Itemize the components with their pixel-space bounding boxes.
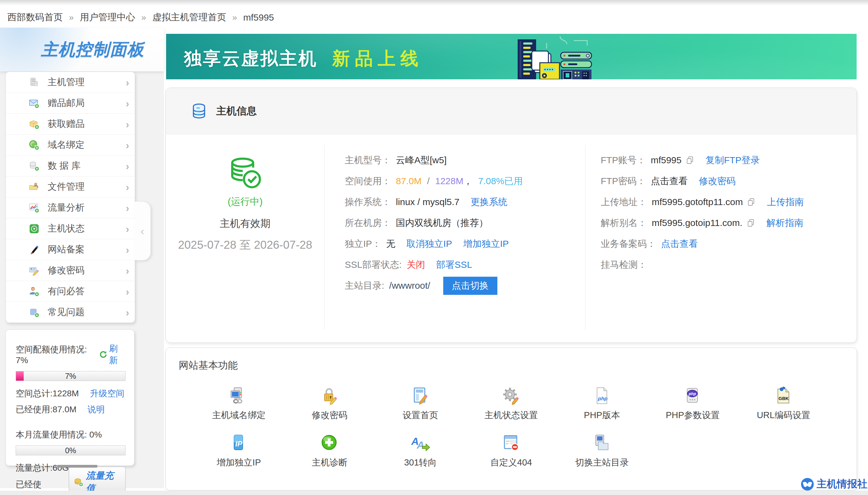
malware-check-label: 挂马检测：	[601, 259, 647, 271]
copy-icon[interactable]	[685, 156, 695, 165]
feature-url-encoding[interactable]: GBK URL编码设置	[738, 386, 829, 422]
sidebar-item-label: 网站备案	[48, 243, 126, 256]
watermark-mask-icon	[801, 477, 814, 491]
upload-address-label: 上传地址：	[601, 196, 647, 208]
feature-301-redirect[interactable]: AA 301转向	[375, 433, 466, 469]
modify-ftp-password-link[interactable]: 修改密码	[699, 175, 736, 188]
feature-host-diagnosis[interactable]: 主机诊断	[284, 433, 375, 469]
space-quota-progressbar: 7%	[16, 371, 126, 381]
add-dedicated-ip-link[interactable]: 增加独立IP	[463, 238, 509, 250]
running-status-text: (运行中)	[228, 195, 263, 208]
space-total-value: 1228M	[435, 176, 464, 186]
dns-guide-link[interactable]: 解析指南	[767, 217, 803, 229]
host-info-panel: 主机信息 (运行中) 主机有效期 2025-07-28 至 2026-07-28…	[166, 88, 857, 343]
php-version-icon: php	[592, 386, 612, 406]
space-total-text: 空间总计:1228M	[16, 388, 79, 399]
svg-text:php: php	[598, 396, 607, 402]
feature-host-status-settings[interactable]: 主机状态设置	[466, 386, 556, 422]
space-note-link[interactable]: 说明	[88, 404, 105, 415]
view-icp-code-link[interactable]: 点击查看	[661, 238, 698, 250]
breadcrumb-link-vhost-home[interactable]: 虚拟主机管理首页	[152, 11, 226, 24]
logo-band: 主机控制面板	[0, 28, 164, 71]
sidebar-item-host-management[interactable]: 主机管理 ›	[6, 72, 135, 93]
host-detail-column: 主机型号： 云峰A型[w5] 空间使用： 87.0M / 1228M ， 7.0…	[324, 134, 585, 343]
feature-switch-root-dir[interactable]: 切换主站目录	[557, 433, 648, 469]
traffic-total-text: 流量总计:60G	[16, 462, 69, 474]
ftp-detail-column: FTP账号： mf5995 复制FTP登录 FTP密码： 点击查看 修改密码 上…	[585, 134, 857, 343]
sidebar-item-get-gifts[interactable]: 获取赠品 ›	[6, 114, 135, 135]
space-usage-label: 空间使用：	[345, 175, 391, 188]
sidebar-item-label: 有问必答	[48, 285, 126, 297]
custom-404-icon	[501, 433, 521, 453]
switch-root-dir-button[interactable]: 点击切换	[443, 277, 497, 295]
space-used-text: 已经使用:87.0M	[16, 404, 77, 415]
sidebar-item-qa[interactable]: 有问必答 ›	[6, 281, 135, 302]
change-os-link[interactable]: 更换系统	[471, 196, 507, 208]
ftp-password-view[interactable]: 点击查看	[651, 175, 688, 188]
promo-banner[interactable]: 独享云虚拟主机 新品上线	[166, 34, 857, 79]
traffic-chart-icon	[29, 202, 40, 214]
breadcrumb-separator: »	[69, 13, 74, 22]
redirect-301-icon: AA	[411, 433, 430, 453]
svg-text:php: php	[688, 391, 696, 396]
ftp-account-label: FTP账号：	[601, 154, 646, 167]
refresh-link[interactable]: 刷新	[99, 343, 126, 366]
feature-custom-404[interactable]: 自定义404	[466, 433, 556, 469]
sidebar-item-gift-mail[interactable]: 赠品邮局 ›	[6, 93, 135, 114]
feature-add-dedicated-ip[interactable]: IP 增加独立IP	[194, 433, 284, 469]
globe-icon	[29, 140, 40, 151]
database-icon	[29, 160, 40, 172]
sidebar-menu: 主机管理 › 赠品邮局 › 获取赠品 › 域名绑定 › 数 据 库 › 文件管理…	[5, 72, 135, 323]
space-usage-row: 空间使用： 87.0M / 1228M ， 7.08%已用	[345, 171, 585, 191]
upload-address-value: mf5995.gotoftp11.com	[652, 197, 743, 207]
cname-row: 解析别名： mf5995.gotoip11.com. 解析指南	[601, 212, 857, 233]
copy-icon[interactable]	[746, 218, 755, 227]
svg-text:IP: IP	[235, 440, 243, 448]
traffic-progressbar: 0%	[16, 445, 126, 455]
root-dir-label: 主站目录:	[345, 279, 384, 292]
horizontal-scrollbar-thumb[interactable]	[57, 465, 98, 468]
os-value: linux / mysql5.7	[396, 197, 460, 207]
feature-domain-bind[interactable]: 主机域名绑定	[194, 386, 284, 422]
upload-address-row: 上传地址： mf5995.gotoftp11.com 上传指南	[601, 191, 857, 212]
breadcrumb: 西部数码首页 » 用户管理中心 » 虚拟主机管理首页 » mf5995	[7, 11, 274, 24]
breadcrumb-current: mf5995	[243, 12, 274, 23]
feature-php-version[interactable]: php PHP版本	[557, 386, 648, 422]
sidebar-item-database[interactable]: 数 据 库 ›	[6, 156, 135, 176]
upgrade-space-link[interactable]: 升级空间	[90, 388, 124, 399]
space-used-value: 87.0M	[396, 176, 421, 186]
sidebar-item-file-management[interactable]: 文件管理 ›	[6, 176, 135, 198]
deploy-ssl-link[interactable]: 部署SSL	[436, 259, 472, 271]
feature-set-homepage[interactable]: 设置首页	[375, 386, 466, 422]
sidebar-item-domain-binding[interactable]: 域名绑定 ›	[6, 135, 135, 156]
sidebar-collapse-handle[interactable]: ‹	[134, 201, 151, 260]
upload-guide-link[interactable]: 上传指南	[767, 196, 804, 208]
sidebar-item-faq[interactable]: 常见问题 ›	[6, 302, 135, 323]
host-model-row: 主机型号： 云峰A型[w5]	[345, 150, 585, 171]
svg-text:A: A	[416, 439, 424, 451]
icp-code-row: 业务备案码： 点击查看	[601, 233, 857, 254]
copy-icon[interactable]	[747, 198, 756, 207]
banner-title: 独享云虚拟主机	[184, 47, 317, 71]
feature-php-params[interactable]: php PHP参数设置	[648, 386, 738, 422]
sidebar-item-label: 获取赠品	[48, 118, 126, 130]
running-database-icon	[227, 155, 264, 191]
host-model-label: 主机型号：	[345, 154, 391, 167]
site-features-panel: 网站基本功能 主机域名绑定 修改密码 设置首页 主机状态设置 php PHP版本…	[166, 347, 857, 490]
datacenter-label: 所在机房：	[345, 217, 391, 229]
breadcrumb-link-user-center[interactable]: 用户管理中心	[80, 11, 135, 24]
feature-change-password[interactable]: 修改密码	[284, 386, 375, 422]
sidebar-item-change-password[interactable]: 修改密码 ›	[6, 260, 135, 281]
cancel-dedicated-ip-link[interactable]: 取消独立IP	[406, 238, 452, 250]
sidebar-item-host-status[interactable]: 主机状态 ›	[6, 218, 135, 239]
sidebar-item-traffic-analysis[interactable]: 流量分析 ›	[6, 198, 135, 218]
breadcrumb-link-home[interactable]: 西部数码首页	[7, 11, 63, 24]
file-manager-icon	[29, 182, 40, 192]
site-features-title: 网站基本功能	[166, 348, 857, 372]
chevron-left-icon: ‹	[140, 225, 144, 237]
breadcrumb-separator: »	[232, 13, 237, 22]
os-label: 操作系统：	[345, 196, 391, 208]
copy-ftp-login-link[interactable]: 复制FTP登录	[706, 154, 760, 167]
sidebar-item-website-icp[interactable]: 网站备案 ›	[6, 239, 135, 260]
switch-root-icon	[592, 433, 612, 453]
